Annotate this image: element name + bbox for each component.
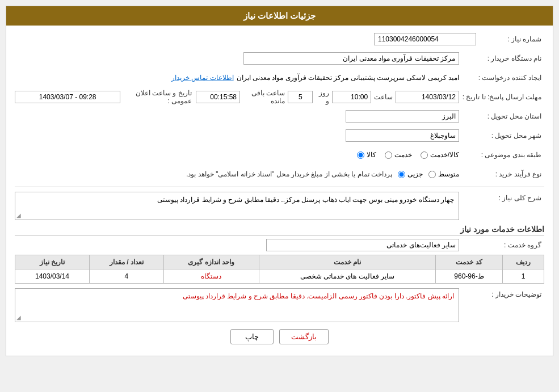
- contact-link[interactable]: اطلاعات تماس خریدار: [171, 74, 234, 82]
- col-date: تاریخ نیاز: [15, 255, 90, 269]
- buyer-notes-label: توضیحات خریدار :: [459, 288, 544, 298]
- category-goods-service-option: کالا/خدمت: [421, 151, 459, 159]
- creator-area: امید کریمی لاسکی سرپرست پشتیبانی مرکز تح…: [15, 74, 459, 82]
- creator-value: امید کریمی لاسکی سرپرست پشتیبانی مرکز تح…: [237, 74, 459, 82]
- category-service-option: خدمت: [385, 151, 412, 159]
- purchase-medium-label: متوسط: [438, 170, 459, 178]
- category-service-radio[interactable]: [385, 151, 392, 159]
- cell-row-num: 1: [502, 269, 544, 284]
- cell-quantity: 4: [89, 269, 163, 284]
- need-number-row: شماره نیاز : 1103004246000054: [15, 31, 544, 47]
- response-date: 1403/03/12: [396, 91, 459, 103]
- table-body: 1 ط-96-960 سایر فعالیت های خدماتی شخصی د…: [15, 269, 544, 284]
- page-title: جزئیات اطلاعات نیاز: [243, 11, 316, 20]
- col-quantity: تعداد / مقدار: [89, 255, 163, 269]
- city-row: شهر محل تحویل : ساوجبلاغ: [15, 128, 544, 144]
- col-code: کد خدمت: [436, 255, 503, 269]
- time-label: ساعت: [374, 93, 393, 101]
- purchase-partial-label: جزیی: [407, 170, 423, 178]
- cell-code: ط-96-960: [436, 269, 503, 284]
- table-header-row: ردیف کد خدمت نام خدمت واحد اندازه گیری ت…: [15, 255, 544, 269]
- city-value: ساوجبلاغ: [346, 129, 459, 142]
- print-button[interactable]: چاپ: [230, 329, 274, 344]
- days-label: روز و: [316, 89, 329, 105]
- cell-unit: دستگاه: [163, 269, 259, 284]
- need-number-label: شماره نیاز :: [476, 35, 544, 43]
- category-radio-group: کالا/خدمت خدمت کالا: [357, 151, 459, 159]
- purchase-medium-option: متوسط: [428, 170, 459, 178]
- purchase-partial-radio[interactable]: [398, 171, 405, 178]
- category-goods-label: کالا: [367, 151, 376, 159]
- announce-label: تاریخ و ساعت اعلان عمومی :: [123, 89, 192, 105]
- purchase-partial-option: جزیی: [398, 170, 423, 178]
- creator-row: ایجاد کننده درخواست : امید کریمی لاسکی س…: [15, 70, 544, 86]
- divider-1: [15, 187, 544, 187]
- purchase-type-group: متوسط جزیی پرداخت تمام یا بخشی از مبلغ خ…: [186, 170, 459, 178]
- back-button[interactable]: بازگشت: [279, 329, 329, 344]
- response-deadline-row: مهلت ارسال پاسخ: تا تاریخ : 1403/03/12 س…: [15, 89, 544, 105]
- remaining-label: ساعت باقی مانده: [243, 89, 285, 105]
- notes-resize-handle: ◢: [16, 314, 21, 321]
- announce-group: تاریخ و ساعت اعلان عمومی : 1403/03/07 - …: [15, 89, 192, 105]
- purchase-note: پرداخت تمام یا بخشی از مبلغ خریدار محل "…: [186, 170, 392, 178]
- province-row: استان محل تحویل : البرز: [15, 108, 544, 124]
- buyer-notes-text: ارائه پیش فاکتور. دارا بودن فاکتور رسمی …: [183, 292, 454, 300]
- purchase-medium-radio[interactable]: [428, 171, 436, 178]
- main-container: جزئیات اطلاعات نیاز شماره نیاز : 1103004…: [6, 6, 553, 356]
- category-row: طبقه بندی موضوعی : کالا/خدمت خدمت کالا: [15, 147, 544, 163]
- buyer-notes-box: ارائه پیش فاکتور. دارا بودن فاکتور رسمی …: [15, 288, 459, 322]
- resize-handle: ◢: [16, 212, 21, 218]
- description-text: چهار دستگاه خودرو مینی بوس جهت ایاب ذهاب…: [157, 196, 454, 204]
- buyer-name-value: مرکز تحقیقات فرآوری مواد معدنی ایران: [243, 52, 459, 65]
- purchase-type-label: نوع فرآیند خرید :: [459, 170, 544, 178]
- footer-buttons: بازگشت چاپ: [15, 329, 544, 350]
- page-header: جزئیات اطلاعات نیاز: [6, 6, 553, 26]
- table-row: 1 ط-96-960 سایر فعالیت های خدماتی شخصی د…: [15, 269, 544, 284]
- service-group-value: سایر فعالیت‌های خدماتی: [266, 239, 459, 251]
- description-value: چهار دستگاه خودرو مینی بوس جهت ایاب ذهاب…: [15, 192, 459, 220]
- description-label: شرح کلی نیاز :: [459, 192, 544, 202]
- category-goods-radio[interactable]: [357, 151, 364, 159]
- items-table: ردیف کد خدمت نام خدمت واحد اندازه گیری ت…: [15, 255, 544, 284]
- purchase-type-row: نوع فرآیند خرید : متوسط جزیی پرداخت تمام…: [15, 166, 544, 182]
- category-goods-service-label: کالا/خدمت: [430, 151, 459, 159]
- category-label: طبقه بندی موضوعی :: [459, 151, 544, 159]
- table-head: ردیف کد خدمت نام خدمت واحد اندازه گیری ت…: [15, 255, 544, 269]
- cell-date: 1403/03/14: [15, 269, 90, 284]
- response-deadline-label: مهلت ارسال پاسخ: تا تاریخ :: [459, 93, 544, 101]
- service-group-label: گروه خدمت :: [459, 241, 544, 249]
- buyer-name-row: نام دستگاه خریدار : مرکز تحقیقات فرآوری …: [15, 50, 544, 66]
- buyer-notes-row: توضیحات خریدار : ارائه پیش فاکتور. دارا …: [15, 288, 544, 322]
- category-goods-option: کالا: [357, 151, 376, 159]
- city-label: شهر محل تحویل :: [459, 132, 544, 140]
- category-goods-service-radio[interactable]: [421, 151, 428, 159]
- buyer-name-label: نام دستگاه خریدار :: [459, 54, 544, 62]
- col-service-name: نام خدمت: [259, 255, 436, 269]
- response-time: 10:00: [332, 91, 372, 103]
- province-label: استان محل تحویل :: [459, 112, 544, 120]
- category-service-label: خدمت: [394, 151, 412, 159]
- creator-label: ایجاد کننده درخواست :: [459, 74, 544, 82]
- announce-value: 1403/03/07 - 09:28: [15, 91, 120, 103]
- remaining-value: 00:15:58: [196, 91, 240, 103]
- description-row: شرح کلی نیاز : چهار دستگاه خودرو مینی بو…: [15, 192, 544, 220]
- service-section-title: اطلاعات خدمات مورد نیاز: [15, 225, 544, 236]
- province-value: البرز: [346, 110, 459, 123]
- content-area: شماره نیاز : 1103004246000054 نام دستگاه…: [6, 26, 553, 356]
- col-row-num: ردیف: [502, 255, 544, 269]
- deadline-date-group: 1403/03/12 ساعت 10:00 روز و 5 ساعت باقی …: [196, 89, 459, 105]
- days-value: 5: [288, 91, 313, 103]
- cell-service-name: سایر فعالیت های خدماتی شخصی: [259, 269, 436, 284]
- service-group-row: گروه خدمت : سایر فعالیت‌های خدماتی: [15, 239, 544, 251]
- col-unit: واحد اندازه گیری: [163, 255, 259, 269]
- need-number-value: 1103004246000054: [374, 33, 476, 45]
